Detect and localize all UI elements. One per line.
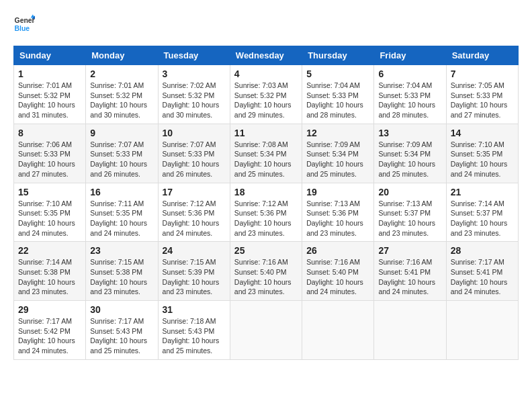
- day-number: 26: [306, 245, 369, 256]
- calendar-cell: 5Sunrise: 7:04 AM Sunset: 5:33 PM Daylig…: [302, 65, 374, 124]
- calendar-cell: [302, 301, 374, 360]
- day-number: 12: [306, 128, 369, 138]
- day-info: Sunrise: 7:06 AM Sunset: 5:33 PM Dayligh…: [18, 140, 81, 179]
- day-info: Sunrise: 7:15 AM Sunset: 5:38 PM Dayligh…: [90, 257, 153, 297]
- calendar-cell: 31Sunrise: 7:18 AM Sunset: 5:43 PM Dayli…: [158, 301, 230, 360]
- day-info: Sunrise: 7:14 AM Sunset: 5:37 PM Dayligh…: [451, 199, 514, 238]
- day-number: 7: [451, 68, 514, 79]
- calendar-cell: [230, 301, 302, 360]
- calendar-cell: 2Sunrise: 7:01 AM Sunset: 5:32 PM Daylig…: [86, 65, 158, 124]
- day-number: 2: [90, 68, 153, 79]
- day-info: Sunrise: 7:10 AM Sunset: 5:35 PM Dayligh…: [18, 199, 81, 238]
- day-info: Sunrise: 7:15 AM Sunset: 5:39 PM Dayligh…: [163, 257, 226, 297]
- day-number: 10: [163, 128, 226, 138]
- day-number: 22: [18, 245, 81, 256]
- calendar-cell: 8Sunrise: 7:06 AM Sunset: 5:33 PM Daylig…: [14, 124, 86, 183]
- calendar-cell: 7Sunrise: 7:05 AM Sunset: 5:33 PM Daylig…: [446, 65, 518, 124]
- day-number: 14: [451, 128, 514, 138]
- day-number: 28: [451, 245, 514, 256]
- day-info: Sunrise: 7:05 AM Sunset: 5:33 PM Dayligh…: [451, 81, 514, 120]
- calendar-week-3: 15Sunrise: 7:10 AM Sunset: 5:35 PM Dayli…: [14, 183, 519, 242]
- day-number: 23: [90, 245, 153, 256]
- day-info: Sunrise: 7:03 AM Sunset: 5:32 PM Dayligh…: [234, 81, 298, 120]
- day-number: 30: [90, 304, 153, 315]
- calendar-cell: 25Sunrise: 7:16 AM Sunset: 5:40 PM Dayli…: [230, 242, 302, 301]
- day-number: 5: [306, 68, 369, 79]
- day-info: Sunrise: 7:12 AM Sunset: 5:36 PM Dayligh…: [163, 199, 226, 238]
- calendar-cell: 17Sunrise: 7:12 AM Sunset: 5:36 PM Dayli…: [158, 183, 230, 242]
- day-number: 4: [234, 68, 298, 79]
- calendar-cell: 9Sunrise: 7:07 AM Sunset: 5:33 PM Daylig…: [86, 124, 158, 183]
- day-info: Sunrise: 7:14 AM Sunset: 5:38 PM Dayligh…: [18, 257, 81, 297]
- calendar-body: 1Sunrise: 7:01 AM Sunset: 5:32 PM Daylig…: [14, 65, 519, 360]
- calendar-cell: 18Sunrise: 7:12 AM Sunset: 5:36 PM Dayli…: [230, 183, 302, 242]
- day-info: Sunrise: 7:07 AM Sunset: 5:33 PM Dayligh…: [90, 140, 153, 179]
- day-number: 18: [234, 187, 298, 197]
- day-number: 15: [18, 187, 81, 197]
- calendar-cell: 23Sunrise: 7:15 AM Sunset: 5:38 PM Dayli…: [86, 242, 158, 301]
- day-number: 19: [306, 187, 369, 197]
- calendar-cell: 29Sunrise: 7:17 AM Sunset: 5:42 PM Dayli…: [14, 301, 86, 360]
- calendar-cell: 20Sunrise: 7:13 AM Sunset: 5:37 PM Dayli…: [374, 183, 446, 242]
- calendar-cell: 4Sunrise: 7:03 AM Sunset: 5:32 PM Daylig…: [230, 65, 302, 124]
- calendar-week-1: 1Sunrise: 7:01 AM Sunset: 5:32 PM Daylig…: [14, 65, 519, 124]
- svg-text:General: General: [15, 17, 35, 24]
- day-info: Sunrise: 7:08 AM Sunset: 5:34 PM Dayligh…: [234, 140, 298, 179]
- calendar-week-5: 29Sunrise: 7:17 AM Sunset: 5:42 PM Dayli…: [14, 301, 519, 360]
- day-number: 25: [234, 245, 298, 256]
- day-info: Sunrise: 7:18 AM Sunset: 5:43 PM Dayligh…: [163, 316, 226, 356]
- day-info: Sunrise: 7:09 AM Sunset: 5:34 PM Dayligh…: [378, 140, 441, 179]
- calendar-cell: 19Sunrise: 7:13 AM Sunset: 5:36 PM Dayli…: [302, 183, 374, 242]
- weekday-header-sunday: Sunday: [14, 46, 86, 65]
- day-number: 13: [378, 128, 441, 138]
- day-info: Sunrise: 7:04 AM Sunset: 5:33 PM Dayligh…: [306, 81, 369, 120]
- day-info: Sunrise: 7:13 AM Sunset: 5:37 PM Dayligh…: [378, 199, 441, 238]
- calendar-table: SundayMondayTuesdayWednesdayThursdayFrid…: [13, 46, 519, 360]
- day-number: 29: [18, 304, 81, 315]
- day-number: 20: [378, 187, 441, 197]
- day-number: 1: [18, 68, 81, 79]
- day-number: 8: [18, 128, 81, 138]
- day-number: 31: [163, 304, 226, 315]
- calendar-cell: 6Sunrise: 7:04 AM Sunset: 5:33 PM Daylig…: [374, 65, 446, 124]
- weekday-header-friday: Friday: [374, 46, 446, 65]
- day-number: 24: [163, 245, 226, 256]
- weekday-header-thursday: Thursday: [302, 46, 374, 65]
- day-info: Sunrise: 7:17 AM Sunset: 5:42 PM Dayligh…: [18, 316, 81, 356]
- day-number: 16: [90, 187, 153, 197]
- day-info: Sunrise: 7:17 AM Sunset: 5:43 PM Dayligh…: [90, 316, 153, 356]
- logo: General Blue: [13, 13, 35, 35]
- calendar-cell: 21Sunrise: 7:14 AM Sunset: 5:37 PM Dayli…: [446, 183, 518, 242]
- day-info: Sunrise: 7:12 AM Sunset: 5:36 PM Dayligh…: [234, 199, 298, 238]
- calendar-cell: 15Sunrise: 7:10 AM Sunset: 5:35 PM Dayli…: [14, 183, 86, 242]
- calendar-cell: 3Sunrise: 7:02 AM Sunset: 5:32 PM Daylig…: [158, 65, 230, 124]
- day-info: Sunrise: 7:13 AM Sunset: 5:36 PM Dayligh…: [306, 199, 369, 238]
- calendar-cell: 27Sunrise: 7:16 AM Sunset: 5:41 PM Dayli…: [374, 242, 446, 301]
- calendar-cell: 22Sunrise: 7:14 AM Sunset: 5:38 PM Dayli…: [14, 242, 86, 301]
- day-number: 11: [234, 128, 298, 138]
- day-number: 17: [163, 187, 226, 197]
- day-info: Sunrise: 7:07 AM Sunset: 5:33 PM Dayligh…: [163, 140, 226, 179]
- calendar-cell: 28Sunrise: 7:17 AM Sunset: 5:41 PM Dayli…: [446, 242, 518, 301]
- day-info: Sunrise: 7:01 AM Sunset: 5:32 PM Dayligh…: [90, 81, 153, 120]
- calendar-cell: 30Sunrise: 7:17 AM Sunset: 5:43 PM Dayli…: [86, 301, 158, 360]
- day-info: Sunrise: 7:01 AM Sunset: 5:32 PM Dayligh…: [18, 81, 81, 120]
- weekday-header-tuesday: Tuesday: [158, 46, 230, 65]
- calendar-cell: 16Sunrise: 7:11 AM Sunset: 5:35 PM Dayli…: [86, 183, 158, 242]
- calendar-header-row: SundayMondayTuesdayWednesdayThursdayFrid…: [14, 46, 519, 65]
- calendar-cell: 11Sunrise: 7:08 AM Sunset: 5:34 PM Dayli…: [230, 124, 302, 183]
- weekday-header-saturday: Saturday: [446, 46, 518, 65]
- weekday-header-monday: Monday: [86, 46, 158, 65]
- svg-text:Blue: Blue: [15, 25, 30, 32]
- day-number: 9: [90, 128, 153, 138]
- page-header: General Blue: [13, 13, 519, 35]
- weekday-header-wednesday: Wednesday: [230, 46, 302, 65]
- day-number: 3: [163, 68, 226, 79]
- day-info: Sunrise: 7:02 AM Sunset: 5:32 PM Dayligh…: [163, 81, 226, 120]
- day-info: Sunrise: 7:17 AM Sunset: 5:41 PM Dayligh…: [451, 257, 514, 297]
- calendar-cell: 26Sunrise: 7:16 AM Sunset: 5:40 PM Dayli…: [302, 242, 374, 301]
- day-number: 27: [378, 245, 441, 256]
- day-info: Sunrise: 7:16 AM Sunset: 5:40 PM Dayligh…: [234, 257, 298, 297]
- calendar-cell: 10Sunrise: 7:07 AM Sunset: 5:33 PM Dayli…: [158, 124, 230, 183]
- calendar-week-2: 8Sunrise: 7:06 AM Sunset: 5:33 PM Daylig…: [14, 124, 519, 183]
